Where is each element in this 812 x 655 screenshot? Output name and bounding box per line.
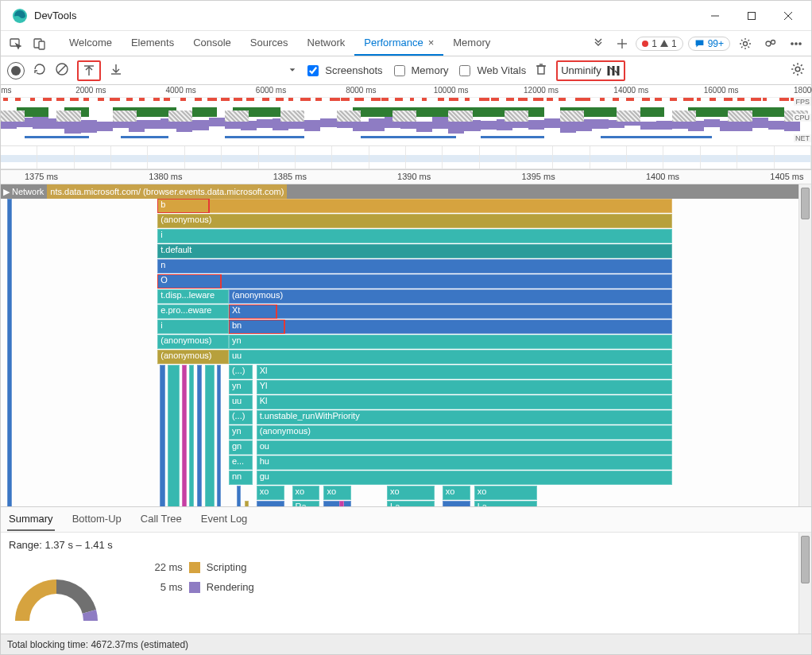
- flame-frame[interactable]: t.disp...leware: [157, 289, 229, 304]
- filmstrip-frame[interactable]: [332, 146, 369, 169]
- flame-frame[interactable]: (anonymous): [229, 289, 672, 304]
- tab-sources[interactable]: Sources: [241, 31, 298, 56]
- expand-arrow-icon[interactable]: ▶: [1, 187, 12, 197]
- flame-frame[interactable]: gu: [257, 471, 672, 485]
- filmstrip-frame[interactable]: [75, 146, 111, 169]
- flame-frame[interactable]: [323, 501, 351, 506]
- flame-frame[interactable]: [182, 365, 187, 506]
- tab-memory[interactable]: Memory: [443, 31, 500, 56]
- flame-frame[interactable]: hu: [257, 455, 672, 470]
- screenshot-filmstrip[interactable]: [1, 145, 811, 169]
- flame-frame[interactable]: (...): [229, 410, 253, 424]
- details-tab-summary[interactable]: Summary: [7, 508, 55, 531]
- flame-frame[interactable]: Kl: [257, 395, 672, 409]
- flame-frame[interactable]: Xt: [229, 304, 672, 319]
- delete-button[interactable]: [534, 62, 548, 79]
- close-tab-icon[interactable]: ×: [428, 37, 435, 48]
- flame-frame[interactable]: [443, 501, 470, 506]
- filmstrip-frame[interactable]: [111, 146, 148, 169]
- filmstrip-frame[interactable]: [553, 146, 590, 169]
- flame-frame[interactable]: Yl: [257, 380, 672, 394]
- flame-frame[interactable]: La: [474, 501, 538, 506]
- details-tab-event-log[interactable]: Event Log: [199, 508, 249, 531]
- overview-body[interactable]: FPS CPU NET: [1, 98, 811, 145]
- filmstrip-frame[interactable]: [37, 146, 74, 169]
- tab-elements[interactable]: Elements: [122, 31, 184, 56]
- history-dropdown-icon[interactable]: [288, 64, 296, 76]
- maximize-button[interactable]: [733, 1, 770, 31]
- minimize-button[interactable]: [697, 1, 733, 31]
- filmstrip-frame[interactable]: [516, 146, 553, 169]
- filmstrip-frame[interactable]: [296, 146, 332, 169]
- flame-frame[interactable]: (anonymous): [157, 214, 671, 228]
- filmstrip-frame[interactable]: [185, 146, 222, 169]
- error-warning-badge[interactable]: 1 1: [636, 37, 682, 51]
- details-tab-bottom-up[interactable]: Bottom-Up: [71, 508, 123, 531]
- flame-frame[interactable]: bn: [229, 320, 672, 334]
- webvitals-checkbox[interactable]: Web Vitals: [456, 63, 526, 79]
- flame-frame[interactable]: ou: [257, 440, 672, 455]
- flame-frame[interactable]: [217, 365, 221, 506]
- flame-frame[interactable]: [168, 365, 180, 506]
- clear-button[interactable]: [55, 62, 69, 79]
- flame-frame[interactable]: (anonymous): [157, 350, 229, 364]
- issues-badge[interactable]: 99+: [688, 37, 730, 51]
- filmstrip-frame[interactable]: [148, 146, 184, 169]
- unminify-button[interactable]: Unminify: [556, 60, 625, 81]
- tab-console[interactable]: Console: [184, 31, 241, 56]
- device-toolbar-icon[interactable]: [29, 33, 50, 54]
- feedback-icon[interactable]: [760, 33, 781, 54]
- flame-frame[interactable]: [237, 486, 241, 506]
- filmstrip-frame[interactable]: [443, 146, 479, 169]
- filmstrip-frame[interactable]: [369, 146, 406, 169]
- filmstrip-frame[interactable]: [590, 146, 627, 169]
- flame-frame[interactable]: t.default: [157, 244, 671, 258]
- filmstrip-frame[interactable]: [1, 146, 37, 169]
- details-tab-call-tree[interactable]: Call Tree: [139, 508, 184, 531]
- flame-frame[interactable]: yn: [229, 335, 672, 349]
- filmstrip-frame[interactable]: [663, 146, 700, 169]
- capture-settings-gear-icon[interactable]: [791, 62, 805, 79]
- tab-performance[interactable]: Performance×: [354, 31, 443, 56]
- load-profile-button[interactable]: [77, 60, 101, 81]
- flame-frame[interactable]: [160, 365, 165, 506]
- close-button[interactable]: [770, 1, 806, 31]
- flame-frame[interactable]: O: [157, 274, 671, 289]
- flame-frame[interactable]: (anonymous): [257, 425, 672, 440]
- flame-frame[interactable]: yn: [229, 425, 253, 440]
- filmstrip-frame[interactable]: [222, 146, 258, 169]
- flame-frame[interactable]: xo: [443, 486, 470, 500]
- flame-frame[interactable]: yn: [229, 380, 253, 394]
- add-tab-button[interactable]: [612, 33, 632, 54]
- filmstrip-frame[interactable]: [406, 146, 443, 169]
- flame-frame[interactable]: b: [157, 199, 671, 213]
- flame-frame[interactable]: [257, 501, 284, 506]
- flame-frame[interactable]: Ra: [292, 501, 320, 506]
- filmstrip-frame[interactable]: [259, 146, 296, 169]
- flamechart[interactable]: ▶ Network nts.data.microsoft.com/ (brows…: [1, 184, 798, 506]
- flame-frame[interactable]: t.unstable_runWithPriority: [257, 410, 672, 424]
- filmstrip-frame[interactable]: [775, 146, 811, 169]
- flame-frame[interactable]: n: [157, 259, 671, 273]
- flame-frame[interactable]: La: [387, 501, 435, 506]
- flame-frame[interactable]: e...: [229, 455, 253, 470]
- flame-frame[interactable]: [197, 365, 202, 506]
- tab-welcome[interactable]: Welcome: [60, 31, 122, 56]
- settings-gear-icon[interactable]: [735, 33, 756, 54]
- flame-frame[interactable]: nn: [229, 471, 253, 485]
- memory-checkbox[interactable]: Memory: [391, 63, 449, 79]
- timeline-overview[interactable]: 00 ms2000 ms4000 ms6000 ms8000 ms10000 m…: [1, 85, 811, 170]
- flame-frame[interactable]: [245, 501, 249, 506]
- filmstrip-frame[interactable]: [480, 146, 516, 169]
- flame-frame[interactable]: xo: [474, 486, 538, 500]
- flame-frame[interactable]: i: [157, 229, 671, 243]
- reload-button[interactable]: [33, 62, 47, 79]
- summary-scrollbar[interactable]: [798, 533, 811, 634]
- flame-frame[interactable]: [205, 365, 215, 506]
- more-menu-icon[interactable]: [786, 33, 806, 54]
- filmstrip-frame[interactable]: [701, 146, 737, 169]
- flame-frame[interactable]: [339, 501, 344, 506]
- flame-frame[interactable]: uu: [229, 350, 672, 364]
- save-profile-button[interactable]: [109, 62, 123, 79]
- tab-network[interactable]: Network: [298, 31, 355, 56]
